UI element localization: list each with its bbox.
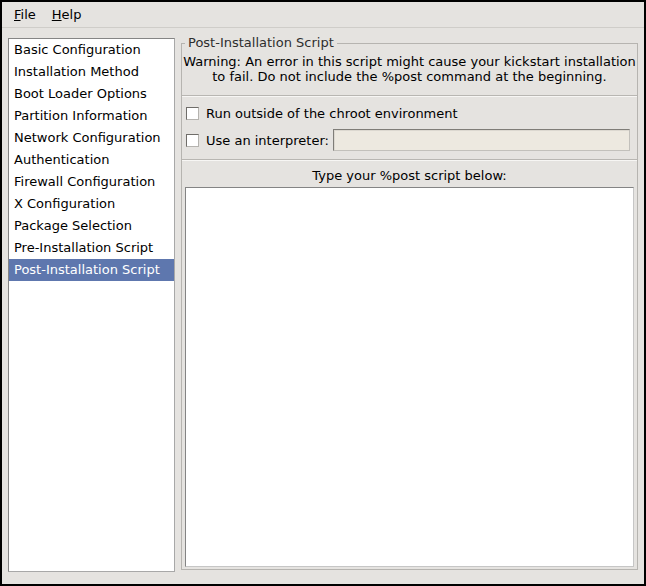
interpreter-input[interactable] [333,129,630,151]
interpreter-checkbox-label[interactable]: Use an interpreter: [206,133,329,148]
section-list: Basic Configuration Installation Method … [8,38,175,572]
warning-line-2: to fail. Do not include the %post comman… [182,69,637,84]
interpreter-option-row[interactable]: Use an interpreter: [182,129,637,151]
sidebar-item-x-configuration[interactable]: X Configuration [9,193,174,215]
post-installation-script-frame: Post-Installation Script Warning: An err… [181,43,638,570]
menu-file[interactable]: File [6,3,44,26]
chroot-checkbox[interactable] [186,107,199,120]
sidebar-item-pre-installation-script[interactable]: Pre-Installation Script [9,237,174,259]
sidebar-item-installation-method[interactable]: Installation Method [9,61,174,83]
sidebar-item-partition-information[interactable]: Partition Information [9,105,174,127]
interpreter-checkbox[interactable] [186,134,199,147]
chroot-option-row[interactable]: Run outside of the chroot environment [182,102,637,124]
sidebar-item-basic-configuration[interactable]: Basic Configuration [9,39,174,61]
sidebar-item-package-selection[interactable]: Package Selection [9,215,174,237]
sidebar-item-authentication[interactable]: Authentication [9,149,174,171]
menu-bar: File Help [2,2,644,28]
separator [182,95,637,97]
sidebar-item-post-installation-script[interactable]: Post-Installation Script [9,259,174,281]
sidebar-item-network-configuration[interactable]: Network Configuration [9,127,174,149]
warning-text: Warning: An error in this script might c… [182,54,637,84]
sidebar-item-firewall-configuration[interactable]: Firewall Configuration [9,171,174,193]
script-instruction-label: Type your %post script below: [182,168,637,183]
kickstart-configurator-window: File Help Basic Configuration Installati… [0,0,646,586]
menu-help[interactable]: Help [44,3,90,26]
post-script-textarea[interactable] [185,187,634,567]
sidebar-item-boot-loader-options[interactable]: Boot Loader Options [9,83,174,105]
separator [182,159,637,161]
chroot-checkbox-label[interactable]: Run outside of the chroot environment [206,106,458,121]
warning-line-1: Warning: An error in this script might c… [182,54,637,69]
frame-title: Post-Installation Script [185,35,337,51]
